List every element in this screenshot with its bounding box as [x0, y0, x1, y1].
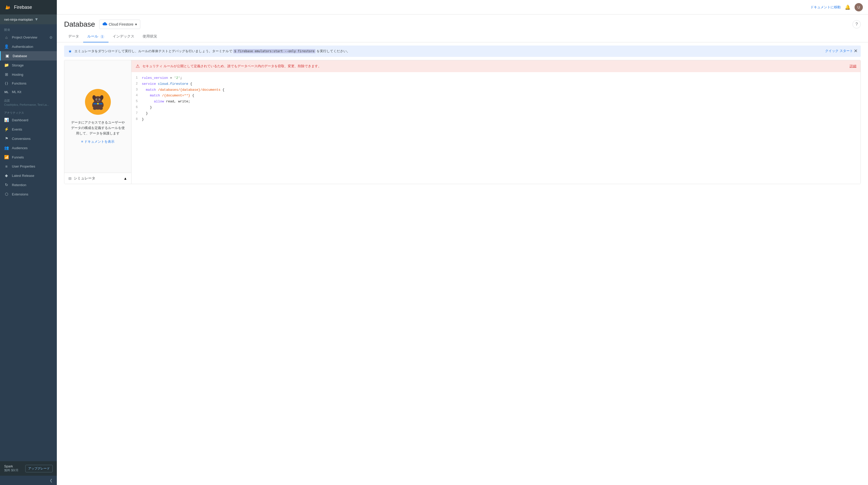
line-content-6: } [142, 105, 152, 110]
sidebar-item-user-properties[interactable]: ≡ User Properties [0, 162, 57, 171]
sidebar-header: Firebase [0, 0, 57, 15]
sidebar-item-label: ML Kit [12, 90, 21, 94]
plan-info: Spark 無料 $0/月 [4, 464, 19, 473]
sidebar-item-authentication[interactable]: 👤 Authentication [0, 42, 57, 51]
authentication-icon: 👤 [4, 44, 9, 49]
main-content: ドキュメントに移動 🔔 Database Cloud Firestore ▾ ? [57, 0, 868, 485]
banner-text-after: を実行してください。 [316, 49, 350, 53]
page-header: Database Cloud Firestore ▾ ? [57, 15, 868, 29]
banner-close-button[interactable]: ✕ [854, 48, 858, 54]
code-line-5: 5 allow read, write; [131, 99, 861, 105]
code-line-7: 7 } [131, 111, 861, 117]
dev-section-label: 開発 [0, 24, 57, 33]
sidebar-item-funnels[interactable]: 📶 Funnels [0, 152, 57, 162]
sidebar-item-label: Dashboard [12, 118, 28, 122]
sidebar-item-database[interactable]: ▣ Database [0, 51, 57, 60]
topbar: ドキュメントに移動 🔔 [57, 0, 868, 15]
dashboard-icon: 📊 [4, 118, 9, 122]
line-content-1: rules_version = '2'; [142, 76, 182, 81]
line-num-2: 2 [131, 81, 142, 86]
tab-rules[interactable]: ルール 1 [83, 31, 108, 42]
sidebar-bottom: Spark 無料 $0/月 アップグレード [0, 461, 57, 476]
sidebar-item-label: Funnels [12, 155, 24, 159]
quality-sub-label: Crashlytics, Performance, Test La... [0, 103, 57, 108]
db-dropdown-icon: ▾ [135, 22, 137, 26]
simulator-collapse-icon: ▲ [123, 176, 127, 180]
ml-icon: ML [4, 90, 9, 93]
code-line-1: 1 rules_version = '2'; [131, 75, 861, 81]
svg-point-10 [97, 103, 99, 105]
sidebar-item-conversions[interactable]: ⚑ Conversions [0, 134, 57, 143]
security-warning: ⚠ セキュリティ ルールが公開として定義されているため、誰でもデータベース内のデ… [131, 60, 861, 72]
sidebar-item-label: Functions [12, 81, 26, 85]
help-icon[interactable]: ? [852, 20, 861, 28]
settings-icon[interactable]: ⚙ [49, 35, 53, 39]
plan-name: Spark [4, 464, 19, 468]
tab-rules-label: ルール [87, 34, 98, 38]
collapse-icon: ❮ [50, 478, 53, 482]
sidebar-item-project-overview[interactable]: ⌂ Project Overview ⚙ [0, 33, 57, 42]
latest-release-icon: ◆ [4, 173, 9, 178]
notification-icon[interactable]: 🔔 [845, 4, 850, 10]
quickstart-link[interactable]: クイック スタート ↗ [825, 49, 857, 53]
svg-point-6 [96, 99, 97, 100]
sidebar-item-extensions[interactable]: ⬡ Extensions [0, 190, 57, 199]
rules-left-panel: データにアクセスできるユーザーやデータの構成を定義するルールを使用して、データを… [64, 60, 131, 184]
line-content-2: service cloud.firestore { [142, 81, 192, 87]
tab-data[interactable]: データ [64, 31, 83, 42]
docs-link[interactable]: ドキュメントに移動 [810, 5, 841, 9]
code-line-8: 8 } [131, 117, 861, 122]
simulator-panel[interactable]: ⊟ シミュレータ ▲ [64, 173, 131, 184]
tab-indexes[interactable]: インデックス [108, 31, 138, 42]
doc-link[interactable]: ≡ ドキュメントを表示 [81, 139, 115, 144]
sidebar-collapse-button[interactable]: ❮ [0, 476, 57, 485]
tab-data-label: データ [68, 34, 79, 38]
user-properties-icon: ≡ [4, 164, 9, 169]
sidebar-item-retention[interactable]: ↻ Retention [0, 180, 57, 190]
sidebar-item-ml-kit[interactable]: ML ML Kit [0, 88, 57, 96]
home-icon: ⌂ [4, 35, 9, 39]
rules-container: データにアクセスできるユーザーやデータの構成を定義するルールを使用して、データを… [64, 60, 861, 184]
sidebar-item-label: Database [13, 54, 27, 58]
line-num-7: 7 [131, 111, 142, 116]
project-chevron-icon: ▼ [34, 17, 38, 22]
db-selector[interactable]: Cloud Firestore ▾ [99, 20, 140, 29]
conversions-icon: ⚑ [4, 136, 9, 141]
tab-indexes-label: インデックス [113, 34, 134, 38]
avatar[interactable] [855, 3, 863, 11]
sidebar-item-dashboard[interactable]: 📊 Dashboard [0, 115, 57, 124]
plan-price: 無料 $0/月 [4, 468, 19, 473]
page-title: Database [64, 20, 95, 28]
quickstart-label: クイック スタート [825, 49, 853, 53]
svg-point-13 [97, 100, 99, 101]
app-name: Firebase [14, 5, 32, 10]
sidebar-item-hosting[interactable]: ⊞ Hosting [0, 70, 57, 79]
doc-icon: ≡ [81, 140, 83, 143]
tab-usage[interactable]: 使用状況 [138, 31, 161, 42]
sidebar-item-functions[interactable]: {} Functions [0, 79, 57, 88]
rules-explanation: データにアクセスできるユーザーやデータの構成を定義するルールを使用して、データを… [64, 60, 131, 173]
detail-link[interactable]: 詳細 [850, 64, 857, 68]
project-name: net-ninja-marioplan [4, 18, 33, 22]
sidebar-item-label: Extensions [12, 192, 28, 196]
line-content-8: } [142, 117, 144, 122]
project-selector[interactable]: net-ninja-marioplan ▼ [0, 15, 57, 24]
code-editor[interactable]: 1 rules_version = '2'; 2 service cloud.f… [131, 72, 861, 184]
line-num-5: 5 [131, 99, 142, 104]
doc-link-label: ドキュメントを表示 [84, 139, 115, 144]
sidebar-item-events[interactable]: ⚡ Events [0, 124, 57, 134]
sidebar-item-label: Hosting [12, 73, 23, 77]
svg-point-7 [99, 99, 100, 100]
upgrade-button[interactable]: アップグレード [25, 465, 53, 472]
line-content-5: allow read, write; [142, 99, 190, 105]
sidebar-item-label: User Properties [12, 165, 35, 168]
sidebar-item-storage[interactable]: 📁 Storage [0, 60, 57, 70]
events-icon: ⚡ [4, 127, 9, 132]
sidebar-item-label: Retention [12, 183, 26, 187]
sidebar-item-audiences[interactable]: 👥 Audiences [0, 143, 57, 152]
sidebar-item-label: Events [12, 127, 22, 131]
rules-description: データにアクセスできるユーザーやデータの構成を定義するルールを使用して、データを… [69, 120, 126, 136]
sidebar-item-latest-release[interactable]: ◆ Latest Release [0, 171, 57, 180]
sidebar-item-label: Latest Release [12, 174, 34, 178]
code-line-4: 4 match /{document=**} { [131, 93, 861, 99]
